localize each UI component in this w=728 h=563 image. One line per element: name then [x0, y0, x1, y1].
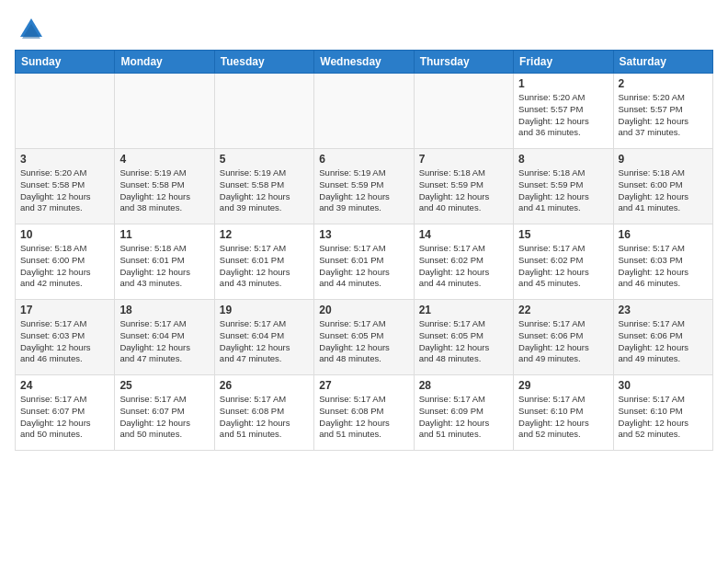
day-number: 23: [619, 304, 708, 316]
calendar-day-header: Monday: [115, 51, 214, 74]
day-info: Sunrise: 5:19 AM Sunset: 5:59 PM Dayligh…: [319, 167, 408, 214]
calendar-day-header: Saturday: [613, 51, 712, 74]
calendar-cell: 14Sunrise: 5:17 AM Sunset: 6:02 PM Dayli…: [414, 224, 513, 300]
day-number: 22: [518, 304, 608, 316]
day-info: Sunrise: 5:17 AM Sunset: 6:08 PM Dayligh…: [220, 394, 309, 441]
day-number: 4: [119, 153, 209, 166]
day-number: 14: [419, 228, 508, 241]
calendar-day-header: Wednesday: [314, 51, 414, 74]
day-number: 7: [419, 153, 508, 166]
calendar-cell: 15Sunrise: 5:17 AM Sunset: 6:02 PM Dayli…: [514, 224, 613, 300]
day-number: 11: [119, 228, 209, 241]
day-number: 17: [20, 304, 109, 316]
day-info: Sunrise: 5:17 AM Sunset: 6:02 PM Dayligh…: [518, 243, 608, 290]
calendar-cell: 22Sunrise: 5:17 AM Sunset: 6:06 PM Dayli…: [514, 300, 613, 375]
day-number: 6: [319, 153, 408, 166]
day-info: Sunrise: 5:18 AM Sunset: 5:59 PM Dayligh…: [419, 167, 508, 214]
day-number: 25: [119, 379, 209, 392]
day-info: Sunrise: 5:20 AM Sunset: 5:57 PM Dayligh…: [619, 92, 708, 139]
day-number: 30: [619, 379, 708, 392]
header: [15, 15, 713, 40]
calendar-cell: 10Sunrise: 5:18 AM Sunset: 6:00 PM Dayli…: [16, 224, 115, 300]
calendar-cell: 7Sunrise: 5:18 AM Sunset: 5:59 PM Daylig…: [414, 149, 513, 224]
day-number: 12: [220, 228, 309, 241]
day-info: Sunrise: 5:19 AM Sunset: 5:58 PM Dayligh…: [220, 167, 309, 214]
calendar: SundayMondayTuesdayWednesdayThursdayFrid…: [15, 50, 713, 451]
day-info: Sunrise: 5:17 AM Sunset: 6:01 PM Dayligh…: [319, 243, 408, 290]
day-info: Sunrise: 5:17 AM Sunset: 6:03 PM Dayligh…: [20, 318, 109, 365]
day-number: 28: [419, 379, 508, 392]
calendar-cell: 21Sunrise: 5:17 AM Sunset: 6:05 PM Dayli…: [414, 300, 513, 375]
calendar-cell: [214, 74, 313, 149]
calendar-cell: 1Sunrise: 5:20 AM Sunset: 5:57 PM Daylig…: [514, 74, 613, 149]
day-info: Sunrise: 5:17 AM Sunset: 6:05 PM Dayligh…: [419, 318, 508, 365]
day-info: Sunrise: 5:20 AM Sunset: 5:57 PM Dayligh…: [518, 92, 608, 139]
day-info: Sunrise: 5:17 AM Sunset: 6:01 PM Dayligh…: [220, 243, 309, 290]
day-number: 29: [518, 379, 608, 392]
calendar-cell: 28Sunrise: 5:17 AM Sunset: 6:09 PM Dayli…: [414, 375, 513, 451]
page: SundayMondayTuesdayWednesdayThursdayFrid…: [0, 0, 728, 460]
day-number: 5: [220, 153, 309, 166]
day-number: 16: [619, 228, 708, 241]
calendar-cell: 17Sunrise: 5:17 AM Sunset: 6:03 PM Dayli…: [16, 300, 115, 375]
calendar-cell: 19Sunrise: 5:17 AM Sunset: 6:04 PM Dayli…: [214, 300, 313, 375]
calendar-cell: 26Sunrise: 5:17 AM Sunset: 6:08 PM Dayli…: [214, 375, 313, 451]
calendar-week-row: 24Sunrise: 5:17 AM Sunset: 6:07 PM Dayli…: [16, 375, 713, 451]
calendar-cell: 4Sunrise: 5:19 AM Sunset: 5:58 PM Daylig…: [115, 149, 214, 224]
day-number: 15: [518, 228, 608, 241]
day-number: 19: [220, 304, 309, 316]
day-number: 2: [619, 77, 708, 90]
day-info: Sunrise: 5:20 AM Sunset: 5:58 PM Dayligh…: [20, 167, 109, 214]
calendar-week-row: 1Sunrise: 5:20 AM Sunset: 5:57 PM Daylig…: [16, 74, 713, 149]
calendar-cell: 29Sunrise: 5:17 AM Sunset: 6:10 PM Dayli…: [514, 375, 613, 451]
day-info: Sunrise: 5:17 AM Sunset: 6:08 PM Dayligh…: [319, 394, 408, 441]
day-info: Sunrise: 5:17 AM Sunset: 6:04 PM Dayligh…: [220, 318, 309, 365]
day-number: 21: [419, 304, 508, 316]
calendar-week-row: 10Sunrise: 5:18 AM Sunset: 6:00 PM Dayli…: [16, 224, 713, 300]
logo-icon: [17, 15, 46, 40]
calendar-header-row: SundayMondayTuesdayWednesdayThursdayFrid…: [16, 51, 713, 74]
day-info: Sunrise: 5:17 AM Sunset: 6:06 PM Dayligh…: [619, 318, 708, 365]
day-info: Sunrise: 5:18 AM Sunset: 6:01 PM Dayligh…: [119, 243, 209, 290]
day-info: Sunrise: 5:17 AM Sunset: 6:03 PM Dayligh…: [619, 243, 708, 290]
day-number: 3: [20, 153, 109, 166]
calendar-cell: 3Sunrise: 5:20 AM Sunset: 5:58 PM Daylig…: [16, 149, 115, 224]
calendar-cell: 2Sunrise: 5:20 AM Sunset: 5:57 PM Daylig…: [613, 74, 712, 149]
calendar-cell: 23Sunrise: 5:17 AM Sunset: 6:06 PM Dayli…: [613, 300, 712, 375]
calendar-cell: 5Sunrise: 5:19 AM Sunset: 5:58 PM Daylig…: [214, 149, 313, 224]
calendar-cell: [314, 74, 414, 149]
calendar-cell: [16, 74, 115, 149]
calendar-week-row: 3Sunrise: 5:20 AM Sunset: 5:58 PM Daylig…: [16, 149, 713, 224]
calendar-cell: 13Sunrise: 5:17 AM Sunset: 6:01 PM Dayli…: [314, 224, 414, 300]
day-info: Sunrise: 5:17 AM Sunset: 6:04 PM Dayligh…: [119, 318, 209, 365]
day-number: 26: [220, 379, 309, 392]
calendar-cell: 24Sunrise: 5:17 AM Sunset: 6:07 PM Dayli…: [16, 375, 115, 451]
day-number: 24: [20, 379, 109, 392]
day-info: Sunrise: 5:17 AM Sunset: 6:07 PM Dayligh…: [20, 394, 109, 441]
calendar-cell: [115, 74, 214, 149]
calendar-cell: 11Sunrise: 5:18 AM Sunset: 6:01 PM Dayli…: [115, 224, 214, 300]
day-number: 20: [319, 304, 408, 316]
day-number: 27: [319, 379, 408, 392]
calendar-cell: 18Sunrise: 5:17 AM Sunset: 6:04 PM Dayli…: [115, 300, 214, 375]
day-number: 13: [319, 228, 408, 241]
day-info: Sunrise: 5:19 AM Sunset: 5:58 PM Dayligh…: [119, 167, 209, 214]
day-info: Sunrise: 5:17 AM Sunset: 6:10 PM Dayligh…: [619, 394, 708, 441]
day-number: 10: [20, 228, 109, 241]
day-info: Sunrise: 5:18 AM Sunset: 5:59 PM Dayligh…: [518, 167, 608, 214]
calendar-cell: 30Sunrise: 5:17 AM Sunset: 6:10 PM Dayli…: [613, 375, 712, 451]
day-number: 18: [119, 304, 209, 316]
calendar-day-header: Tuesday: [214, 51, 313, 74]
calendar-cell: 12Sunrise: 5:17 AM Sunset: 6:01 PM Dayli…: [214, 224, 313, 300]
day-info: Sunrise: 5:17 AM Sunset: 6:05 PM Dayligh…: [319, 318, 408, 365]
calendar-day-header: Sunday: [16, 51, 115, 74]
day-info: Sunrise: 5:17 AM Sunset: 6:09 PM Dayligh…: [419, 394, 508, 441]
day-info: Sunrise: 5:18 AM Sunset: 6:00 PM Dayligh…: [619, 167, 708, 214]
day-info: Sunrise: 5:18 AM Sunset: 6:00 PM Dayligh…: [20, 243, 109, 290]
day-info: Sunrise: 5:17 AM Sunset: 6:06 PM Dayligh…: [518, 318, 608, 365]
calendar-cell: 6Sunrise: 5:19 AM Sunset: 5:59 PM Daylig…: [314, 149, 414, 224]
calendar-day-header: Friday: [514, 51, 613, 74]
day-info: Sunrise: 5:17 AM Sunset: 6:07 PM Dayligh…: [119, 394, 209, 441]
day-number: 1: [518, 77, 608, 90]
logo: [15, 15, 46, 40]
